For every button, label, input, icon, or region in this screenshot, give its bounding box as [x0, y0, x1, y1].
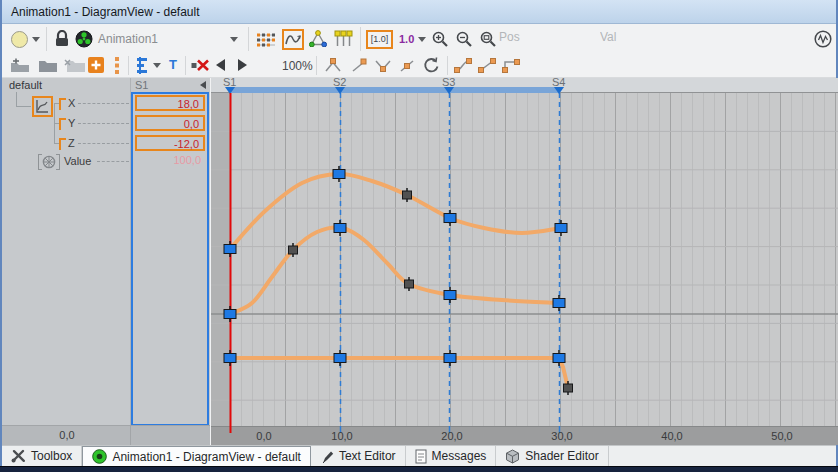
- linear-segment-icon[interactable]: [478, 57, 497, 74]
- animation-selector-value[interactable]: Animation1: [98, 32, 158, 46]
- tab-animation-diagramview[interactable]: Animation1 - DiagramView - default: [82, 446, 311, 466]
- window-bottom-border: [0, 466, 838, 472]
- spline-segment-icon[interactable]: [454, 57, 473, 74]
- keyframe-point-selected[interactable]: [224, 354, 236, 363]
- value-bracket: [38, 154, 39, 170]
- column-header-label[interactable]: S1: [135, 79, 148, 91]
- marker-label[interactable]: S2: [333, 78, 346, 88]
- value-value-field[interactable]: 100,0: [135, 154, 205, 166]
- animation-sphere-icon[interactable]: [75, 30, 93, 48]
- lock-icon[interactable]: [54, 30, 70, 48]
- keyframe-point-selected[interactable]: [555, 224, 567, 233]
- tree-connector: [16, 92, 17, 106]
- align-keys-icon[interactable]: [136, 56, 150, 75]
- panel-header: default S1: [2, 78, 210, 92]
- keyframe-point-selected[interactable]: [444, 214, 456, 223]
- keyframe-point-selected[interactable]: [553, 299, 565, 308]
- marker-span-bar[interactable]: [230, 87, 560, 93]
- marker-label[interactable]: S3: [442, 78, 455, 88]
- delete-key-icon[interactable]: [191, 57, 210, 73]
- align-keys-dropdown-icon[interactable]: [153, 63, 161, 68]
- remove-folder-icon[interactable]: [64, 58, 86, 73]
- add-folder-icon[interactable]: [10, 58, 30, 73]
- keyframe-point-selected[interactable]: [224, 245, 236, 254]
- y-value-field[interactable]: 0,0: [135, 115, 205, 131]
- zoom-level-label[interactable]: 100%: [282, 59, 313, 73]
- z-node-bracket: [59, 138, 66, 150]
- tree-root-label[interactable]: default: [9, 79, 42, 91]
- panel-bottom-row: 0,0: [2, 425, 210, 445]
- z-value-field[interactable]: -12,0: [135, 135, 205, 151]
- val-input[interactable]: [600, 30, 800, 44]
- next-key-icon[interactable]: [238, 59, 247, 71]
- keyframe-point-selected[interactable]: [334, 354, 346, 363]
- show-points-icon[interactable]: [256, 31, 276, 47]
- tab-label: Shader Editor: [525, 449, 598, 463]
- frame-range-button[interactable]: [1.0]: [366, 30, 393, 49]
- tree-node-z[interactable]: Z: [68, 137, 75, 149]
- triangle-mode-icon[interactable]: [309, 30, 327, 47]
- zoom-out-icon[interactable]: [456, 31, 473, 48]
- keyframe-point-unselected[interactable]: [564, 384, 573, 392]
- keyframe-point-selected[interactable]: [553, 354, 565, 363]
- keyframe-point-selected[interactable]: [333, 170, 345, 179]
- keyframe-point-selected[interactable]: [224, 310, 236, 319]
- animation-selector-dropdown-icon[interactable]: [230, 37, 238, 42]
- curve-mode-button[interactable]: [282, 29, 304, 50]
- tab-toolbox[interactable]: Toolbox: [2, 446, 82, 466]
- text-key-icon[interactable]: T: [169, 57, 177, 72]
- scale-value[interactable]: 1.0: [399, 33, 414, 45]
- tree-node-value[interactable]: Value: [64, 155, 91, 167]
- tab-text-editor[interactable]: Text Editor: [311, 446, 406, 466]
- marker-label[interactable]: S4: [552, 78, 565, 88]
- text-editor-icon: [320, 449, 334, 464]
- value-bracket: [38, 169, 42, 170]
- keyframe-point-selected[interactable]: [444, 354, 456, 363]
- tree-node-x[interactable]: X: [68, 97, 75, 109]
- add-key-button[interactable]: [88, 57, 104, 73]
- tab-label: Toolbox: [31, 449, 72, 463]
- value-node-icon[interactable]: [42, 155, 56, 169]
- value-bracket: [56, 169, 60, 170]
- curve-editor-canvas[interactable]: S1S2S3S40,010,020,030,040,050,0: [211, 78, 838, 445]
- tangent-valley-icon[interactable]: [374, 57, 393, 74]
- prev-key-icon[interactable]: [216, 59, 225, 71]
- main-toolbar: Animation1 [1.0] 1.0: [2, 24, 836, 54]
- tangent-end-icon[interactable]: [350, 57, 369, 74]
- curve-type-node[interactable]: [32, 96, 53, 117]
- key-list-icon[interactable]: [113, 56, 121, 75]
- tree-dash-line: [97, 161, 129, 162]
- folder-icon[interactable]: [38, 58, 58, 73]
- scale-dropdown-icon[interactable]: [418, 37, 426, 42]
- toolbox-icon: [11, 449, 26, 463]
- separator: [185, 56, 186, 75]
- keyframe-point-unselected[interactable]: [289, 246, 298, 254]
- collapse-column-icon[interactable]: [200, 81, 206, 89]
- tab-shader-editor[interactable]: Shader Editor: [496, 446, 608, 466]
- x-axis-band: [211, 426, 838, 445]
- app-window: Animation1 - DiagramView - default Anima…: [0, 0, 838, 472]
- grid-background[interactable]: [211, 93, 838, 426]
- reset-tangent-icon[interactable]: [422, 56, 441, 74]
- keyframe-point-selected[interactable]: [334, 224, 346, 233]
- signal-preview-icon[interactable]: [814, 30, 832, 48]
- x-value-field[interactable]: 18,0: [135, 95, 205, 111]
- tangent-mid-icon[interactable]: [398, 57, 417, 74]
- keyframe-point-unselected[interactable]: [405, 280, 414, 288]
- keyframe-point-selected[interactable]: [444, 291, 456, 300]
- tree-node-y[interactable]: Y: [68, 117, 75, 129]
- color-swatch-button[interactable]: [11, 31, 28, 48]
- marker-label[interactable]: S1: [223, 78, 236, 88]
- tab-label: Animation1 - DiagramView - default: [112, 450, 301, 464]
- zoom-in-icon[interactable]: [432, 31, 449, 48]
- pins-mode-icon[interactable]: [334, 30, 353, 47]
- step-segment-icon[interactable]: [502, 57, 521, 74]
- keyframe-point-unselected[interactable]: [403, 191, 412, 199]
- zoom-fit-icon[interactable]: [480, 31, 497, 48]
- pos-input[interactable]: [499, 30, 597, 44]
- x-axis-label: 10,0: [331, 430, 352, 442]
- tab-messages[interactable]: Messages: [406, 446, 497, 466]
- color-swatch-dropdown-icon[interactable]: [32, 37, 40, 42]
- tab-label: Text Editor: [339, 449, 396, 463]
- tangent-peak-icon[interactable]: [324, 57, 343, 74]
